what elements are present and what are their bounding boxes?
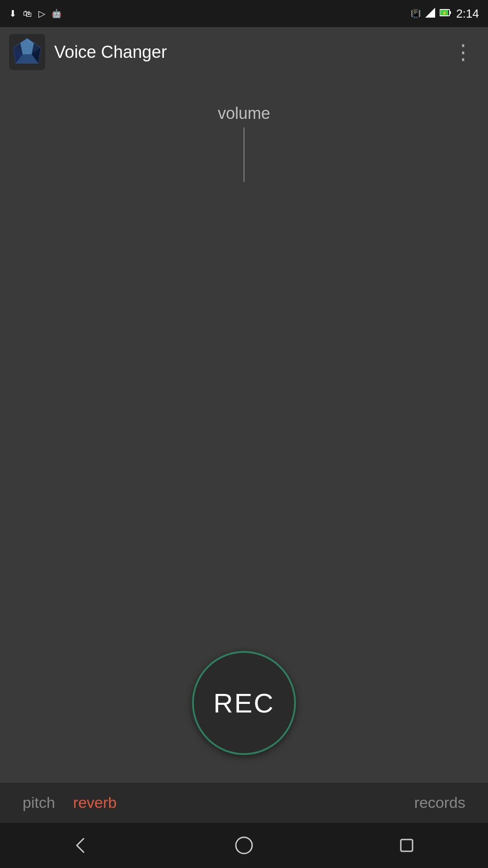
svg-rect-2 <box>450 11 451 14</box>
tab-records[interactable]: records <box>405 789 474 816</box>
android-nav-bar <box>0 823 488 868</box>
nav-recents-button[interactable] <box>395 834 418 857</box>
nav-home-button[interactable] <box>233 834 255 857</box>
rec-button[interactable]: REC <box>192 651 296 755</box>
rec-button-label: REC <box>213 688 275 719</box>
svg-marker-10 <box>20 38 34 54</box>
overflow-menu-button[interactable]: ⋮ <box>448 37 479 67</box>
main-content: volume REC <box>0 77 488 782</box>
bottom-tabs: pitch reverb records <box>0 782 488 823</box>
battery-icon: ⚡ <box>440 9 451 19</box>
app-bar: Voice Changer ⋮ <box>0 27 488 77</box>
status-time: 2:14 <box>456 7 479 21</box>
status-bar-left: ⬇ 🛍 ▷ 🤖 <box>9 8 61 19</box>
volume-label: volume <box>218 104 270 123</box>
app-title: Voice Changer <box>54 42 448 62</box>
rec-area: REC <box>192 651 296 755</box>
tab-reverb[interactable]: reverb <box>64 789 126 816</box>
nav-back-button[interactable] <box>70 834 93 857</box>
vibrate-icon: 📳 <box>411 9 421 19</box>
status-bar-right: 📳 ⚡ 2:14 <box>411 7 479 21</box>
svg-rect-15 <box>401 840 413 851</box>
app-icon <box>9 34 45 70</box>
shopping-icon: 🛍 <box>23 9 32 19</box>
tab-pitch[interactable]: pitch <box>14 789 64 816</box>
signal-icon <box>425 8 435 20</box>
volume-indicator-line <box>244 127 244 182</box>
status-bar: ⬇ 🛍 ▷ 🤖 📳 ⚡ 2:14 <box>0 0 488 27</box>
svg-point-14 <box>236 837 252 854</box>
media-icon: ▷ <box>38 8 45 19</box>
svg-text:⚡: ⚡ <box>442 10 447 16</box>
svg-marker-0 <box>425 8 435 18</box>
download-icon: ⬇ <box>9 8 17 19</box>
android-icon: 🤖 <box>52 9 61 19</box>
